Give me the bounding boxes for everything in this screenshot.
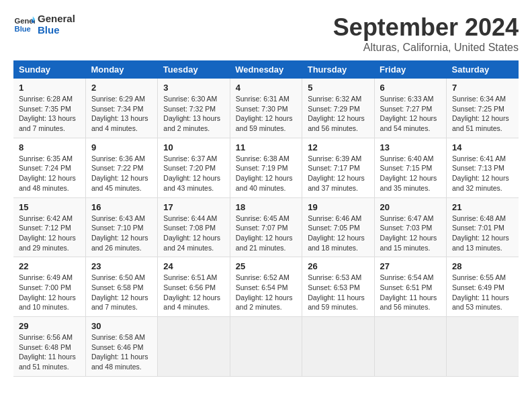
day-number: 18 [236, 202, 296, 212]
day-number: 28 [452, 261, 513, 271]
calendar-cell [374, 317, 446, 377]
header-monday: Monday [85, 60, 157, 79]
calendar-cell [158, 317, 230, 377]
calendar-cell: 16Sunrise: 6:43 AMSunset: 7:10 PMDayligh… [85, 197, 157, 257]
calendar-cell: 25Sunrise: 6:52 AMSunset: 6:54 PMDayligh… [230, 257, 302, 317]
logo-icon: General Blue [13, 14, 35, 36]
day-number: 6 [380, 83, 441, 93]
calendar-cell: 26Sunrise: 6:53 AMSunset: 6:53 PMDayligh… [302, 257, 374, 317]
header-friday: Friday [374, 60, 446, 79]
logo-general: General [38, 13, 75, 25]
calendar-week-1: 1Sunrise: 6:28 AMSunset: 7:35 PMDaylight… [13, 79, 519, 138]
day-number: 23 [91, 261, 152, 271]
calendar-cell: 19Sunrise: 6:46 AMSunset: 7:05 PMDayligh… [302, 197, 374, 257]
day-number: 20 [380, 202, 441, 212]
calendar-cell: 7Sunrise: 6:34 AMSunset: 7:25 PMDaylight… [447, 79, 519, 138]
calendar-cell: 27Sunrise: 6:54 AMSunset: 6:51 PMDayligh… [374, 257, 446, 317]
day-info: Sunrise: 6:31 AMSunset: 7:30 PMDaylight:… [236, 94, 296, 134]
calendar-body: 1Sunrise: 6:28 AMSunset: 7:35 PMDaylight… [13, 79, 519, 376]
calendar-cell: 10Sunrise: 6:37 AMSunset: 7:20 PMDayligh… [158, 138, 230, 197]
calendar-cell: 23Sunrise: 6:50 AMSunset: 6:58 PMDayligh… [85, 257, 157, 317]
calendar-cell: 21Sunrise: 6:48 AMSunset: 7:01 PMDayligh… [447, 197, 519, 257]
day-number: 5 [308, 83, 368, 93]
calendar-header: Sunday Monday Tuesday Wednesday Thursday… [13, 60, 519, 79]
day-info: Sunrise: 6:50 AMSunset: 6:58 PMDaylight:… [91, 273, 152, 312]
calendar-cell: 2Sunrise: 6:29 AMSunset: 7:34 PMDaylight… [85, 79, 157, 138]
calendar-week-4: 22Sunrise: 6:49 AMSunset: 7:00 PMDayligh… [13, 257, 519, 317]
day-info: Sunrise: 6:55 AMSunset: 6:49 PMDaylight:… [452, 273, 513, 312]
calendar-week-3: 15Sunrise: 6:42 AMSunset: 7:12 PMDayligh… [13, 197, 519, 257]
day-number: 24 [163, 261, 224, 271]
location-title: Alturas, California, United States [333, 42, 519, 54]
day-info: Sunrise: 6:45 AMSunset: 7:07 PMDaylight:… [236, 214, 296, 253]
day-info: Sunrise: 6:47 AMSunset: 7:03 PMDaylight:… [380, 214, 441, 253]
day-number: 27 [380, 261, 441, 271]
title-area: September 2024 Alturas, California, Unit… [333, 13, 519, 54]
day-number: 17 [163, 202, 224, 212]
calendar-cell: 11Sunrise: 6:38 AMSunset: 7:19 PMDayligh… [230, 138, 302, 197]
day-number: 11 [236, 142, 296, 152]
day-number: 21 [452, 202, 513, 212]
calendar-week-5: 29Sunrise: 6:56 AMSunset: 6:48 PMDayligh… [13, 317, 519, 377]
day-number: 12 [308, 142, 368, 152]
day-info: Sunrise: 6:32 AMSunset: 7:29 PMDaylight:… [308, 94, 368, 134]
calendar-cell [230, 317, 302, 377]
logo-blue: Blue [38, 25, 75, 36]
day-number: 9 [91, 142, 152, 152]
day-number: 30 [91, 321, 152, 331]
day-number: 13 [380, 142, 441, 152]
header: General Blue General Blue September 2024… [13, 13, 519, 54]
day-info: Sunrise: 6:58 AMSunset: 6:46 PMDaylight:… [91, 332, 152, 372]
calendar-cell: 4Sunrise: 6:31 AMSunset: 7:30 PMDaylight… [230, 79, 302, 138]
day-info: Sunrise: 6:53 AMSunset: 6:53 PMDaylight:… [308, 273, 368, 312]
header-thursday: Thursday [302, 60, 374, 79]
day-info: Sunrise: 6:44 AMSunset: 7:08 PMDaylight:… [163, 214, 224, 253]
calendar-cell: 20Sunrise: 6:47 AMSunset: 7:03 PMDayligh… [374, 197, 446, 257]
day-number: 10 [163, 142, 224, 152]
day-info: Sunrise: 6:29 AMSunset: 7:34 PMDaylight:… [91, 94, 152, 134]
day-info: Sunrise: 6:48 AMSunset: 7:01 PMDaylight:… [452, 214, 513, 253]
calendar-cell [302, 317, 374, 377]
calendar-cell: 17Sunrise: 6:44 AMSunset: 7:08 PMDayligh… [158, 197, 230, 257]
day-info: Sunrise: 6:54 AMSunset: 6:51 PMDaylight:… [380, 273, 441, 312]
header-sunday: Sunday [13, 60, 85, 79]
calendar-cell: 18Sunrise: 6:45 AMSunset: 7:07 PMDayligh… [230, 197, 302, 257]
calendar-week-2: 8Sunrise: 6:35 AMSunset: 7:24 PMDaylight… [13, 138, 519, 197]
day-number: 4 [236, 83, 296, 93]
calendar-table: Sunday Monday Tuesday Wednesday Thursday… [13, 60, 519, 377]
month-title: September 2024 [333, 13, 519, 42]
day-info: Sunrise: 6:33 AMSunset: 7:27 PMDaylight:… [380, 94, 441, 134]
calendar-cell: 30Sunrise: 6:58 AMSunset: 6:46 PMDayligh… [85, 317, 157, 377]
day-info: Sunrise: 6:28 AMSunset: 7:35 PMDaylight:… [19, 94, 80, 134]
day-info: Sunrise: 6:34 AMSunset: 7:25 PMDaylight:… [452, 94, 513, 134]
calendar-cell: 3Sunrise: 6:30 AMSunset: 7:32 PMDaylight… [158, 79, 230, 138]
calendar-cell: 9Sunrise: 6:36 AMSunset: 7:22 PMDaylight… [85, 138, 157, 197]
calendar-cell: 14Sunrise: 6:41 AMSunset: 7:13 PMDayligh… [447, 138, 519, 197]
calendar-cell: 29Sunrise: 6:56 AMSunset: 6:48 PMDayligh… [13, 317, 85, 377]
weekday-header-row: Sunday Monday Tuesday Wednesday Thursday… [13, 60, 519, 79]
day-number: 22 [19, 261, 80, 271]
calendar-cell: 1Sunrise: 6:28 AMSunset: 7:35 PMDaylight… [13, 79, 85, 138]
calendar-cell: 13Sunrise: 6:40 AMSunset: 7:15 PMDayligh… [374, 138, 446, 197]
calendar-cell: 12Sunrise: 6:39 AMSunset: 7:17 PMDayligh… [302, 138, 374, 197]
header-saturday: Saturday [447, 60, 519, 79]
calendar-cell [447, 317, 519, 377]
day-info: Sunrise: 6:52 AMSunset: 6:54 PMDaylight:… [236, 273, 296, 312]
day-number: 8 [19, 142, 80, 152]
day-number: 3 [163, 83, 224, 93]
day-info: Sunrise: 6:46 AMSunset: 7:05 PMDaylight:… [308, 214, 368, 253]
day-info: Sunrise: 6:49 AMSunset: 7:00 PMDaylight:… [19, 273, 80, 312]
day-number: 15 [19, 202, 80, 212]
day-info: Sunrise: 6:35 AMSunset: 7:24 PMDaylight:… [19, 154, 80, 193]
calendar-cell: 24Sunrise: 6:51 AMSunset: 6:56 PMDayligh… [158, 257, 230, 317]
day-info: Sunrise: 6:56 AMSunset: 6:48 PMDaylight:… [19, 332, 80, 372]
day-info: Sunrise: 6:43 AMSunset: 7:10 PMDaylight:… [91, 214, 152, 253]
day-number: 29 [19, 321, 80, 331]
day-info: Sunrise: 6:36 AMSunset: 7:22 PMDaylight:… [91, 154, 152, 193]
day-info: Sunrise: 6:38 AMSunset: 7:19 PMDaylight:… [236, 154, 296, 193]
day-number: 26 [308, 261, 368, 271]
header-wednesday: Wednesday [230, 60, 302, 79]
day-number: 25 [236, 261, 296, 271]
calendar-cell: 22Sunrise: 6:49 AMSunset: 7:00 PMDayligh… [13, 257, 85, 317]
day-number: 14 [452, 142, 513, 152]
